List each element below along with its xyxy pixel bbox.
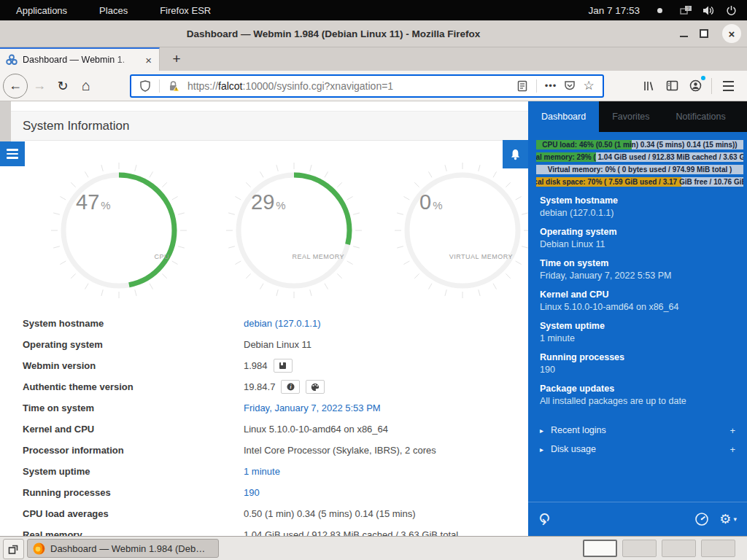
- row-label: Kernel and CPU: [0, 424, 244, 435]
- top-bar-menu-applications[interactable]: Applications: [0, 0, 83, 20]
- new-tab-button[interactable]: +: [166, 49, 187, 69]
- section-label: Running processes: [540, 351, 737, 364]
- firefox-titlebar: Dashboard — Webmin 1.984 (Debian Linux 1…: [0, 20, 747, 47]
- package-button[interactable]: [274, 359, 293, 373]
- gauges-row: 47%CPU29%REAL MEMORY0%VIRTUAL MEMORY: [0, 161, 528, 300]
- clock[interactable]: Jan 7 17:53: [588, 5, 640, 16]
- row-value: Linux 5.10.0-10-amd64 on x86_64: [244, 424, 388, 435]
- power-icon[interactable]: [726, 5, 737, 16]
- palette-button[interactable]: [306, 380, 325, 394]
- home-button[interactable]: ⌂: [74, 74, 98, 98]
- gauge-cpu: 47%CPU: [50, 161, 188, 300]
- chevron-down-icon: ▾: [733, 516, 737, 523]
- tab-favorites[interactable]: Favorites: [599, 101, 662, 132]
- workspace-1[interactable]: [583, 540, 617, 557]
- sidebar-section: Package updatesAll installed packages ar…: [540, 383, 737, 408]
- sidebar-section: Kernel and CPULinux 5.10.0-10-amd64 on x…: [540, 289, 737, 314]
- section-value: debian (127.0.1.1): [540, 207, 737, 219]
- section-label: Kernel and CPU: [540, 289, 737, 301]
- desktop-taskbar: Dashboard — Webmin 1.984 (Deb…: [0, 536, 747, 560]
- page-header: System Information: [11, 111, 528, 141]
- menu-hamburger-icon[interactable]: [716, 74, 740, 98]
- row-value-link[interactable]: 1 minute: [244, 466, 280, 477]
- table-row: Running processes190: [0, 482, 528, 503]
- table-row: Kernel and CPULinux 5.10.0-10-amd64 on x…: [0, 419, 528, 440]
- gauge-value: 29%: [251, 190, 286, 214]
- close-window-button[interactable]: ×: [722, 24, 741, 43]
- network-question-icon[interactable]: ?: [680, 5, 692, 16]
- url-bar[interactable]: ! https://falcot:10000/sysinfo.cgi?xnavi…: [130, 74, 604, 98]
- progress-text: Virtual memory: 0% ( 0 bytes used / 974.…: [536, 165, 743, 174]
- tab-notifications[interactable]: Notifications: [663, 101, 739, 132]
- tracking-shield-icon[interactable]: [136, 77, 155, 96]
- minimize-button[interactable]: [674, 24, 693, 43]
- progress-text: Local disk space: 70% ( 7.59 GiB used / …: [536, 177, 743, 187]
- speedometer-icon[interactable]: [694, 512, 709, 526]
- refresh-icon[interactable]: ⟳: [536, 513, 554, 526]
- sidebar-section: System hostnamedebian (127.0.1.1): [540, 195, 737, 219]
- reload-button[interactable]: ↻: [51, 74, 74, 98]
- volume-icon[interactable]: [703, 5, 716, 16]
- row-value-link[interactable]: Friday, January 7, 2022 5:53 PM: [244, 402, 381, 413]
- gear-icon: ⚙: [719, 511, 731, 527]
- top-bar-menus: ApplicationsPlacesFirefox ESR: [0, 0, 227, 20]
- row-label: CPU load averages: [0, 508, 244, 519]
- gauge-real-memory: 29%REAL MEMORY: [225, 161, 363, 300]
- collapsible-recent-logins[interactable]: ▸Recent logins+: [528, 421, 747, 440]
- row-value: Debian Linux 11: [244, 339, 311, 350]
- gauge-label: VIRTUAL MEMORY: [449, 253, 513, 260]
- row-value: 19.84.7i: [244, 380, 325, 394]
- webmin-sidebar: DashboardFavoritesNotifications CPU load…: [528, 101, 747, 536]
- sidebar-section: Running processes190: [540, 351, 737, 376]
- sidebars-icon[interactable]: [660, 74, 684, 98]
- triangle-right-icon: ▸: [540, 446, 543, 454]
- svg-text:!: !: [176, 87, 177, 91]
- gauge-value: 0%: [419, 190, 442, 214]
- table-row: Operating systemDebian Linux 11: [0, 334, 528, 355]
- table-row: CPU load averages0.50 (1 min) 0.34 (5 mi…: [0, 503, 528, 524]
- bookmark-star-icon[interactable]: ☆: [579, 77, 598, 96]
- row-value: 0.50 (1 min) 0.34 (5 mins) 0.14 (15 mins…: [244, 508, 416, 519]
- pocket-icon[interactable]: [560, 77, 579, 96]
- tab-dashboard[interactable]: Dashboard: [528, 101, 599, 132]
- workspace-3[interactable]: [662, 540, 696, 557]
- taskbar-window-title: Dashboard — Webmin 1.984 (Deb…: [50, 543, 205, 554]
- lock-warning-icon[interactable]: !: [164, 77, 183, 96]
- top-bar-menu-places[interactable]: Places: [83, 0, 144, 20]
- tab-close-icon[interactable]: ×: [144, 55, 153, 66]
- gauge-label: REAL MEMORY: [292, 253, 344, 260]
- forward-button[interactable]: →: [28, 74, 51, 98]
- navigation-toolbar: ← → ↻ ⌂ ! https://falcot:10000/sysinfo.c…: [0, 71, 747, 101]
- back-button[interactable]: ←: [3, 74, 28, 98]
- toolbar-right: [637, 74, 747, 98]
- row-value: Intel Core Processor (Skylake, IBRS), 2 …: [244, 445, 436, 456]
- status-dot-icon: [657, 8, 662, 13]
- maximize-button[interactable]: [694, 24, 713, 43]
- window-list-button[interactable]: [3, 539, 24, 559]
- plus-icon[interactable]: +: [729, 425, 735, 436]
- row-label: Processor information: [0, 445, 244, 456]
- section-label: System hostname: [540, 195, 737, 207]
- content-left-edge: [0, 101, 11, 141]
- reader-mode-icon[interactable]: [513, 77, 532, 96]
- library-icon[interactable]: [637, 74, 660, 98]
- info-button[interactable]: i: [281, 380, 300, 394]
- page-actions-icon[interactable]: •••: [541, 77, 560, 96]
- taskbar-window-button[interactable]: Dashboard — Webmin 1.984 (Deb…: [27, 539, 219, 558]
- row-value-link[interactable]: 190: [244, 487, 260, 498]
- top-bar-menu-firefox-esr[interactable]: Firefox ESR: [144, 0, 227, 20]
- account-icon[interactable]: [684, 74, 707, 98]
- settings-gear-button[interactable]: ⚙ ▾: [719, 511, 737, 527]
- workspace-4[interactable]: [701, 540, 735, 557]
- url-text[interactable]: https://falcot:10000/sysinfo.cgi?xnaviga…: [187, 80, 513, 92]
- workspace-2[interactable]: [622, 540, 657, 557]
- browser-tab[interactable]: Dashboard — Webmin 1. ×: [0, 47, 160, 71]
- table-row: Authentic theme version19.84.7i: [0, 376, 528, 397]
- row-value-link[interactable]: debian (127.0.1.1): [244, 318, 321, 329]
- plus-icon[interactable]: +: [729, 444, 735, 455]
- progress-text: Real memory: 29% ( 1.04 GiB used / 912.8…: [536, 152, 743, 162]
- sidebar-info-sections: System hostnamedebian (127.0.1.1)Operati…: [540, 195, 737, 414]
- sidebar-section: Operating systemDebian Linux 11: [540, 226, 737, 251]
- collapsible-disk-usage[interactable]: ▸Disk usage+: [528, 440, 747, 459]
- sidebar-tabs: DashboardFavoritesNotifications: [528, 101, 747, 132]
